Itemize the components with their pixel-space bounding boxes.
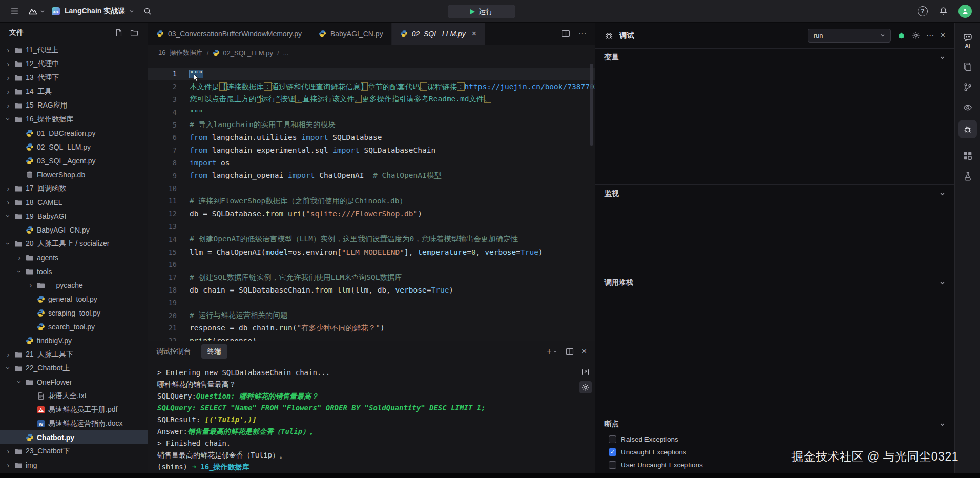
tree-item-19_BabyAGI[interactable]: ›19_BabyAGI [0,209,148,223]
tree-item-search_tool.py[interactable]: search_tool.py [0,320,148,334]
tree-item-__pycache__[interactable]: ›__pycache__ [0,278,148,292]
editor-tab-02_SQL_LLM.py[interactable]: 02_SQL_LLM.py× [392,23,485,45]
debug-more-button[interactable]: ··· [926,31,934,40]
tree-item-15_RAG应用[interactable]: ›15_RAG应用 [0,98,148,112]
tab-debug-console[interactable]: 调试控制台 [156,347,191,356]
breakpoint-raised-exceptions[interactable]: Raised Exceptions [595,433,954,446]
twisty-icon: › [5,88,11,95]
close-debug-button[interactable]: × [941,31,945,40]
tree-item-BabyAGI_CN.py[interactable]: BabyAGI_CN.py [0,223,148,237]
split-panel-button[interactable] [566,347,574,356]
tree-item-18_CAMEL[interactable]: ›18_CAMEL [0,195,148,209]
tree-item-label: OneFlower [37,378,72,386]
notifications-button[interactable] [936,4,950,18]
close-panel-button[interactable]: × [582,347,587,356]
sidebar-item-preview[interactable] [957,97,978,118]
section-header-variables[interactable]: 变量 [595,49,954,66]
menu-button[interactable] [7,4,22,18]
tree-item-label: search_tool.py [48,323,95,331]
line-number: 20 [148,311,177,320]
tree-item-findbigV.py[interactable]: findbigV.py [0,334,148,347]
tree-item-scraping_tool.py[interactable]: scraping_tool.py [0,306,148,320]
tree-item-label: 易速鲜花员工手册.pdf [48,405,117,414]
breadcrumb-symbol[interactable]: ... [283,49,289,57]
help-button[interactable]: ? [918,6,928,16]
search-button[interactable] [140,4,155,18]
sidebar-item-source-control[interactable] [957,77,978,97]
tree-item-13_代理下[interactable]: ›13_代理下 [0,71,148,85]
new-file-button[interactable] [115,29,123,37]
code-line-12: 12db = SQLDatabase.from_uri("sqlite:///F… [148,207,595,220]
tree-item-agents[interactable]: ›agents [0,251,148,264]
open-in-editor-button[interactable] [579,366,592,378]
tree-item-16_操作数据库[interactable]: ›16_操作数据库 [0,112,148,126]
tree-item-general_tool.py[interactable]: general_tool.py [0,292,148,306]
tree-item-17_回调函数[interactable]: ›17_回调函数 [0,181,148,195]
code-line-10: 10 [148,182,595,195]
help-icon: ? [921,8,924,15]
code-lines: 1"""2本文件是【连接数据库：通过链和代理查询鲜花信息】章节的配套代码。课程链… [148,68,595,341]
run-button[interactable]: 运行 [448,5,515,18]
tree-item-易速鲜花员工手册.pdf[interactable]: 易速鲜花员工手册.pdf [0,403,148,417]
code-editor[interactable]: 1"""2本文件是【连接数据库：通过链和代理查询鲜花信息】章节的配套代码。课程链… [148,60,595,341]
sidebar-item-debug[interactable] [958,120,977,138]
terminal-settings-button[interactable] [579,381,592,393]
folder-icon [14,461,23,469]
tree-item-22_Chatbot上[interactable]: ›22_Chatbot上 [0,361,148,375]
tree-item-Chatbot.py[interactable]: Chatbot.py [0,430,148,444]
tree-item-03_SQL_Agent.py[interactable]: 03_SQL_Agent.py [0,154,148,168]
mountain-logo-icon [28,6,38,16]
tree-item-21_人脉工具下[interactable]: ›21_人脉工具下 [0,347,148,361]
editor-scrollbar[interactable] [590,64,593,146]
tree-item-02_SQL_LLM.py[interactable]: 02_SQL_LLM.py [0,140,148,154]
terminal-output[interactable]: > Entering new SQLDatabaseChain chain...… [148,362,595,473]
sidebar-item-explorer[interactable] [957,56,978,77]
new-terminal-button[interactable]: + [547,347,557,356]
project-selector[interactable]: </> LangChain 实战课 [51,7,134,16]
tree-item-img[interactable]: ›img [0,458,148,472]
tree-item-花语大全.txt[interactable]: 花语大全.txt [0,389,148,403]
tree-item-FlowerShop.db[interactable]: FlowerShop.db [0,168,148,181]
more-actions-button[interactable]: ··· [578,29,587,38]
new-folder-button[interactable] [130,29,138,37]
breadcrumb-file[interactable]: 02_SQL_LLM.py [213,49,273,57]
tree-item-12_代理中[interactable]: ›12_代理中 [0,57,148,71]
tree-item-11_代理上[interactable]: ›11_代理上 [0,43,148,57]
breadcrumb-folder[interactable]: 16_操作数据库 [158,48,203,57]
checkbox-unchecked[interactable] [609,435,616,443]
tree-item-23_Chatbot下[interactable]: ›23_Chatbot下 [0,444,148,458]
editor-tab-03_ConversationBufferWindowMemory.py[interactable]: 03_ConversationBufferWindowMemory.py [148,23,310,45]
tree-item-20_人脉工具上 / socializer[interactable]: ›20_人脉工具上 / socializer [0,237,148,251]
tree-item-tools[interactable]: ›tools [0,264,148,278]
bug-icon [604,31,613,40]
checkbox-unchecked[interactable] [609,461,616,469]
tree-item-OneFlower[interactable]: ›OneFlower [0,375,148,389]
debug-config-select[interactable]: run [808,29,891,43]
tab-label: 03_ConversationBufferWindowMemory.py [168,30,302,38]
folder-icon [14,101,23,110]
code-line-20: 20# 运行与鲜花运营相关的问题 [148,309,595,322]
ai-chat-icon [963,33,973,42]
split-editor-button[interactable] [561,29,570,38]
section-header-breakpoints[interactable]: 断点 [595,415,954,433]
workspace-logo-menu[interactable] [28,6,45,16]
tab-terminal[interactable]: 终端 [201,344,227,359]
debug-settings-button[interactable] [912,31,920,39]
sidebar-item-testing[interactable] [957,166,978,186]
user-avatar[interactable] [958,5,972,18]
section-header-call-stack[interactable]: 调用堆栈 [595,274,954,292]
tree-item-label: 14_工具 [26,87,52,96]
tree-item-01_DBCreation.py[interactable]: 01_DBCreation.py [0,126,148,140]
checkbox-checked[interactable]: ✓ [609,448,616,456]
editor-tab-BabyAGI_CN.py[interactable]: BabyAGI_CN.py [310,23,392,45]
sidebar-item-ai-chat[interactable]: AI [957,28,978,53]
close-tab-icon[interactable]: × [472,29,476,38]
git-branch-icon [963,82,972,92]
tree-item-14_工具[interactable]: ›14_工具 [0,85,148,98]
start-debugging-button[interactable] [897,31,906,40]
sidebar-item-extensions[interactable] [957,146,978,166]
chevron-down-icon [940,55,945,60]
twisty-icon: › [5,213,12,219]
section-header-watch[interactable]: 监视 [595,185,954,202]
tree-item-易速鲜花运营指南.docx[interactable]: W易速鲜花运营指南.docx [0,417,148,430]
